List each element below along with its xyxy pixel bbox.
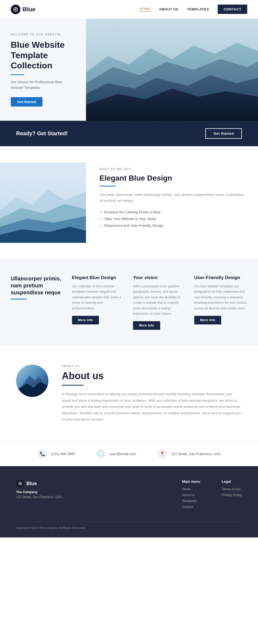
cta-banner-button[interactable]: Get Started	[205, 128, 242, 139]
footer-logo: Blue	[16, 480, 160, 488]
about-content: ABOUT US About us In Kopage we're commit…	[62, 365, 242, 422]
nav-links: HOME ABOUT US TEMPLATES CONTACT	[139, 5, 247, 14]
hero-subtitle: WELCOME TO OUR WEBSITE	[11, 33, 75, 36]
hero-divider	[11, 74, 24, 75]
cards-section: Ullamcorper primis, nam pretium suspendi…	[0, 259, 258, 346]
contact-email-item: ✉️ your@email.com	[96, 449, 136, 459]
check-icon-3: ✓	[99, 224, 102, 228]
location-icon-wrap: 📍	[157, 449, 167, 459]
footer-main-menu-title: Main menu	[182, 480, 200, 484]
card-2-desc: With customizable color palettes, typogr…	[133, 284, 186, 316]
svg-point-1	[15, 9, 16, 10]
footer: Blue The Company 123 Street, San Francis…	[0, 466, 258, 537]
nav-link-about[interactable]: ABOUT US	[159, 7, 178, 11]
footer-link-privacy[interactable]: Privacy Policy	[222, 493, 242, 497]
logo-icon	[11, 5, 20, 14]
features-image	[0, 162, 86, 243]
hero-get-started-button[interactable]: Get Started	[11, 97, 42, 107]
hero-left: WELCOME TO OUR WEBSITE Blue Website Temp…	[0, 19, 86, 121]
footer-brand: Blue The Company 123 Street, San Francis…	[16, 480, 160, 511]
card-featured-title: Ullamcorper primis, nam pretium suspendi…	[11, 275, 64, 296]
navbar: Blue HOME ABOUT US TEMPLATES CONTACT	[0, 0, 258, 19]
hero-desc: Our Source for Professional Blue Website…	[11, 79, 75, 91]
card-2: Your vision With customizable color pale…	[133, 275, 186, 330]
features-list: ✓ Embrace the Calming Power of Blue ✓ Ta…	[99, 210, 245, 228]
card-3-title: User-Friendly Design	[194, 275, 248, 280]
footer-copyright: Copyright ©2024 The Company. All Rights …	[16, 526, 242, 529]
footer-company-name: The Company	[16, 490, 160, 494]
features-title: Elegant Blue Design	[99, 174, 245, 182]
footer-link-home[interactable]: Home	[182, 487, 200, 491]
footer-logo-text: Blue	[26, 481, 37, 486]
features-label: WHAT DO WE DO?	[99, 168, 245, 171]
about-divider	[62, 385, 83, 386]
nav-link-home[interactable]: HOME	[139, 7, 150, 12]
cta-banner: Ready? Get Started! Get Started	[0, 121, 258, 146]
footer-link-about[interactable]: About us	[182, 493, 200, 497]
about-image-wrapper	[16, 365, 48, 397]
footer-link-terms[interactable]: Terms of Use	[222, 487, 242, 491]
hero-image	[86, 19, 258, 121]
footer-logo-icon	[16, 480, 24, 488]
card-2-title: Your vision	[133, 275, 186, 280]
logo-svg	[13, 7, 18, 12]
footer-link-templates[interactable]: Templates	[182, 499, 200, 503]
about-inner: ABOUT US About us In Kopage we're commit…	[16, 365, 242, 422]
mountain-svg	[86, 19, 258, 121]
card-3-more-info-button[interactable]: More Info	[194, 316, 221, 324]
hero-title: Blue Website Template Collection	[11, 40, 75, 71]
features-content: WHAT DO WE DO? Elegant Blue Design Sed p…	[86, 162, 258, 243]
card-2-more-info-button[interactable]: More Info	[133, 321, 160, 330]
email-icon-wrap: ✉️	[96, 449, 106, 459]
nav-link-templates[interactable]: TEMPLATES	[187, 7, 209, 11]
footer-main-menu: Main menu Home About us Templates Contac…	[182, 480, 200, 511]
phone-icon-wrap: 📞	[38, 449, 47, 459]
footer-company-address: 123 Street, San Francisco, USA	[16, 495, 160, 499]
svg-point-7	[20, 483, 21, 484]
card-1-more-info-button[interactable]: More Info	[72, 316, 99, 324]
about-circle-svg	[16, 365, 48, 397]
contact-address-item: 📍 123 Street, San Francisco, USA	[157, 449, 220, 459]
contact-address-text: 123 Street, San Francisco, USA	[171, 452, 220, 456]
about-section: ABOUT US About us In Kopage we're commit…	[0, 346, 258, 441]
card-1-desc: Our collection of blue website templates…	[72, 284, 125, 311]
footer-legal-menu: Legal Terms of Use Privacy Policy	[222, 480, 242, 511]
footer-link-contact[interactable]: Contact	[182, 505, 200, 509]
features-divider	[99, 186, 116, 186]
location-icon: 📍	[160, 451, 165, 456]
check-icon-1: ✓	[99, 210, 102, 214]
phone-icon: 📞	[40, 451, 45, 456]
features-desc: Sed pede ullamcorper amet ullamcorper pr…	[99, 192, 245, 204]
about-desc: In Kopage we're committed to helping you…	[62, 391, 242, 422]
features-list-item-2: ✓ Tailor Your Website to Your Vision	[99, 217, 245, 221]
card-1: Elegant Blue Design Our collection of bl…	[72, 275, 125, 324]
features-list-item-3: ✓ Responsive and User-Friendly Design	[99, 224, 245, 228]
features-list-item-1: ✓ Embrace the Calming Power of Blue	[99, 210, 245, 214]
card-featured-divider	[11, 299, 27, 299]
footer-legal-menu-title: Legal	[222, 480, 242, 484]
contact-phone-item: 📞 (123) 456-7890	[38, 449, 75, 459]
hero-section: WELCOME TO OUR WEBSITE Blue Website Temp…	[0, 19, 258, 121]
logo-text: Blue	[23, 6, 35, 13]
check-icon-2: ✓	[99, 217, 102, 221]
card-featured: Ullamcorper primis, nam pretium suspendi…	[11, 275, 64, 299]
footer-logo-svg	[18, 481, 22, 486]
features-mountain-svg	[0, 162, 86, 243]
cta-banner-text: Ready? Get Started!	[16, 130, 68, 137]
cards-grid: Ullamcorper primis, nam pretium suspendi…	[11, 275, 247, 330]
footer-divider	[16, 522, 242, 522]
nav-contact-button[interactable]: CONTACT	[218, 5, 247, 14]
email-icon: ✉️	[98, 451, 104, 456]
contact-email-text: your@email.com	[110, 452, 136, 456]
card-3: User-Friendly Design Our blue website te…	[194, 275, 248, 324]
features-mountain-graphic	[0, 162, 86, 243]
contact-phone-text: (123) 456-7890	[51, 452, 75, 456]
about-title: About us	[62, 370, 242, 382]
features-section: WHAT DO WE DO? Elegant Blue Design Sed p…	[0, 146, 258, 259]
about-label: ABOUT US	[62, 365, 242, 368]
card-3-desc: Our blue website templates are designed …	[194, 284, 248, 311]
footer-top: Blue The Company 123 Street, San Francis…	[16, 480, 242, 511]
nav-logo[interactable]: Blue	[11, 5, 35, 14]
hero-mountain-graphic	[86, 19, 258, 121]
card-1-title: Elegant Blue Design	[72, 275, 125, 280]
